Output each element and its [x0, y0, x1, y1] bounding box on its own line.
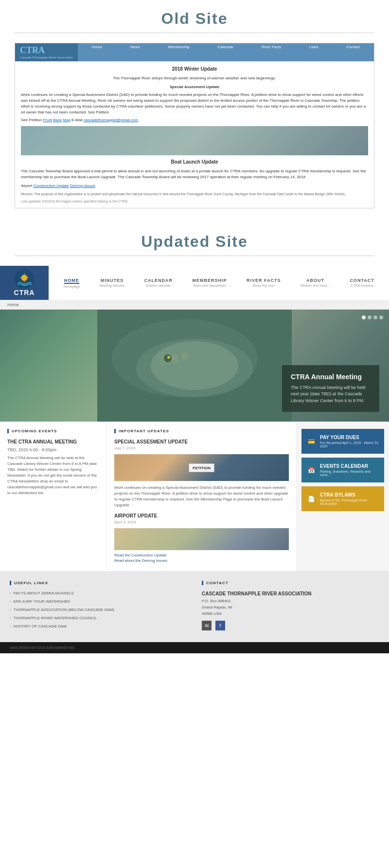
bylaws-button[interactable]: 📄 CTRA BYLAWS Bylaws of the Thornapple R… — [301, 486, 384, 511]
dot-1[interactable] — [362, 315, 366, 319]
arrow-icon-2: › — [10, 599, 11, 604]
nav-item-riverfacts[interactable]: RIVER FACTS About the river — [245, 273, 283, 293]
petition-image: PETITION — [114, 454, 289, 481]
footer-link-epa[interactable]: › EPA SURF YOUR WATERSHED — [10, 599, 187, 604]
nav-sub-about: Mission and more... — [301, 284, 330, 287]
hero-card-title: CTRA Annual Meeting — [291, 373, 371, 381]
old-nav-news[interactable]: News — [130, 45, 140, 49]
footer-link-epa-label: EPA SURF YOUR WATERSHED — [14, 599, 71, 604]
pay-dues-icon: 💳 — [306, 437, 316, 446]
bylaws-label: CTRA BYLAWS — [320, 492, 379, 498]
old-deicing-link[interactable]: Deicing Issues — [70, 184, 95, 188]
updated-site-divider — [15, 256, 374, 256]
event-date-value: TBD, 2020 — [7, 447, 28, 452]
deicing-link[interactable]: Read about the Deicing Issues — [114, 558, 289, 563]
old-map-link[interactable]: Map — [63, 118, 71, 122]
old-nav-home[interactable]: Home — [92, 45, 102, 49]
new-logo-text: CTRA — [14, 289, 35, 296]
nav-item-minutes[interactable]: MINUTES Meeting minutes — [98, 273, 126, 293]
nav-sub-calendar: Events calendar — [146, 284, 171, 287]
footer-link-cascade-label: HISTORY OF CASCADE DAM — [14, 624, 67, 628]
nav-item-membership[interactable]: MEMBERSHIP Dues and newsletters — [191, 273, 229, 293]
nav-label-home: HOME — [64, 278, 79, 284]
old-email-label: E-Mail — [71, 118, 84, 122]
bylaws-sub: Bylaws of the Thornapple River Associati… — [320, 499, 379, 505]
pay-dues-label: PAY YOUR DUES — [320, 435, 379, 440]
old-email-link[interactable]: cascadethornapple@gmail.com — [84, 118, 138, 122]
old-update-intro: The Thornapple River sleeps through wint… — [21, 75, 368, 81]
old-front-link[interactable]: Front — [43, 118, 52, 122]
arrow-icon-1: › — [10, 591, 11, 595]
arrow-icon-4: › — [10, 616, 11, 620]
nav-item-home[interactable]: HOME Homepage — [61, 273, 82, 293]
dot-2[interactable] — [368, 315, 371, 319]
event-title: THE CTRA ANNUAL MEETING — [7, 439, 99, 444]
old-logo-text: CTRA — [20, 45, 45, 55]
footer-contact: CONTACT CASCADE THORNAPPLE RIVER ASSOCIA… — [202, 581, 379, 632]
footer-link-cascade[interactable]: › HISTORY OF CASCADE DAM — [10, 624, 187, 628]
bottom-bar-text: WEB DESIGN BY DOG EAR MARKETING — [10, 646, 75, 649]
useful-links-title: USEFUL LINKS — [10, 581, 187, 585]
old-nav-links[interactable]: Links — [309, 45, 318, 49]
old-logo: CTRA Cascade Thornapple River Associatio… — [15, 43, 78, 61]
important-updates-column: IMPORTANT UPDATES SPECIAL ASSESMENT UPDA… — [107, 422, 297, 571]
events-calendar-sub: Fishing, drawdown, fireworks and more... — [320, 470, 379, 477]
footer-useful-links: USEFUL LINKS › FACTS ABOUT ZEBRA MUSSELS… — [10, 581, 187, 632]
breadcrumb: Home — [0, 300, 389, 310]
old-nav-links: Home News Membership Calendar River Fact… — [78, 43, 374, 51]
nav-item-about[interactable]: ABOUT Mission and more... — [299, 273, 332, 293]
nav-sub-minutes: Meeting minutes — [100, 284, 124, 287]
cta-column: 💳 PAY YOUR DUES For the period April 1, … — [297, 422, 389, 571]
sad-update-date: July 7, 2019 — [114, 446, 289, 450]
old-site-container: CTRA Cascade Thornapple River Associatio… — [0, 43, 389, 223]
contact-title: CONTACT — [202, 581, 379, 585]
old-site-heading: Old Site — [0, 0, 389, 33]
footer-link-zebra-label: FACTS ABOUT ZEBRA MUSSELS — [14, 591, 74, 595]
footer-link-watershed-label: THORNAPPLE RIVER WATERSHED COUNCIL — [14, 616, 97, 620]
old-back-link[interactable]: Back — [53, 118, 62, 122]
old-nav-calendar[interactable]: Calendar — [218, 45, 233, 49]
hero-card: CTRA Annual Meeting The CTRA Annual Meet… — [282, 365, 379, 412]
facebook-icon[interactable]: f — [215, 621, 225, 630]
nav-label-about: ABOUT — [306, 278, 324, 283]
old-site-divider — [15, 33, 374, 33]
dot-3[interactable] — [373, 315, 377, 319]
old-nav-riverfacts[interactable]: River Facts — [262, 45, 281, 49]
old-winter-image — [21, 126, 368, 155]
svg-point-9 — [151, 341, 238, 390]
old-construction-link[interactable]: Construction Update — [34, 184, 69, 188]
old-mission: Mission: The purpose of this organizatio… — [21, 192, 368, 197]
petition-label: PETITION — [189, 463, 214, 472]
events-calendar-text-area: EVENTS CALENDAR Fishing, drawdown, firew… — [320, 463, 379, 477]
pay-dues-sub: For the period April 1, 2019 - March 31,… — [320, 441, 379, 448]
old-sad-text: Work continues on creating a Special Ass… — [21, 92, 368, 115]
events-calendar-label: EVENTS CALENDAR — [320, 463, 379, 469]
hero-section: CTRA Annual Meeting The CTRA Annual Meet… — [0, 310, 389, 422]
hero-dots — [362, 315, 383, 319]
footer-link-thornapple-assoc[interactable]: › THORNAPPLE ASSOCIATION (BELOW CASCADE … — [10, 608, 187, 612]
main-content: UPCOMING EVENTS THE CTRA ANNUAL MEETING … — [0, 422, 389, 571]
old-nav-contact[interactable]: Contact — [347, 45, 360, 49]
contact-address: P.O. Box 888401 Grand Rapids, MI 49588 U… — [202, 598, 379, 617]
nav-item-calendar[interactable]: CALENDAR Events calendar — [142, 273, 175, 293]
dot-4[interactable] — [379, 315, 383, 319]
sad-update-title: SPECIAL ASSESMENT UPDATE — [114, 439, 289, 444]
nav-item-contact[interactable]: CONTACT CTRA contacts — [348, 273, 376, 293]
footer-section: USEFUL LINKS › FACTS ABOUT ZEBRA MUSSELS… — [0, 571, 389, 642]
footer-link-zebra[interactable]: › FACTS ABOUT ZEBRA MUSSELS — [10, 591, 187, 595]
old-airport-label: Airport — [21, 184, 34, 188]
events-calendar-button[interactable]: 📅 EVENTS CALENDAR Fishing, drawdown, fir… — [301, 458, 384, 482]
address-line3: 49588 USA — [202, 611, 222, 616]
footer-link-watershed[interactable]: › THORNAPPLE RIVER WATERSHED COUNCIL — [10, 616, 187, 620]
nav-sub-riverfacts: About the river — [252, 284, 275, 287]
bylaws-text-area: CTRA BYLAWS Bylaws of the Thornapple Riv… — [320, 492, 379, 505]
email-icon[interactable]: ✉ — [202, 621, 212, 630]
upcoming-events-title: UPCOMING EVENTS — [7, 429, 99, 433]
address-line2: Grand Rapids, MI — [202, 605, 232, 609]
construction-link[interactable]: Read the Construction Update — [114, 553, 289, 557]
address-line1: P.O. Box 888401 — [202, 599, 231, 603]
old-nav-membership[interactable]: Membership — [168, 45, 190, 49]
hero-fish-illustration — [97, 310, 292, 422]
old-sad-title: Special Assesment Update — [21, 84, 368, 90]
pay-dues-button[interactable]: 💳 PAY YOUR DUES For the period April 1, … — [301, 429, 384, 454]
